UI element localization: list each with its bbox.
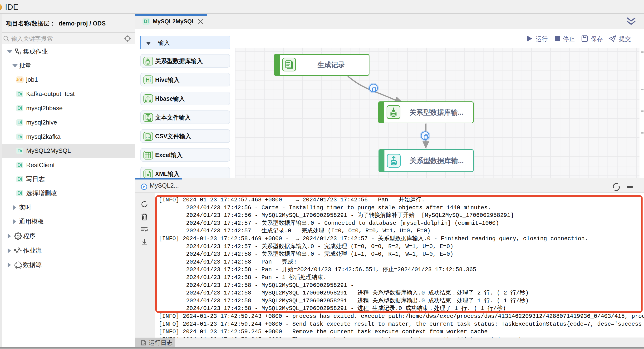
svg-text:CSV: CSV bbox=[146, 136, 150, 139]
svg-text:LOG: LOG bbox=[142, 342, 146, 345]
